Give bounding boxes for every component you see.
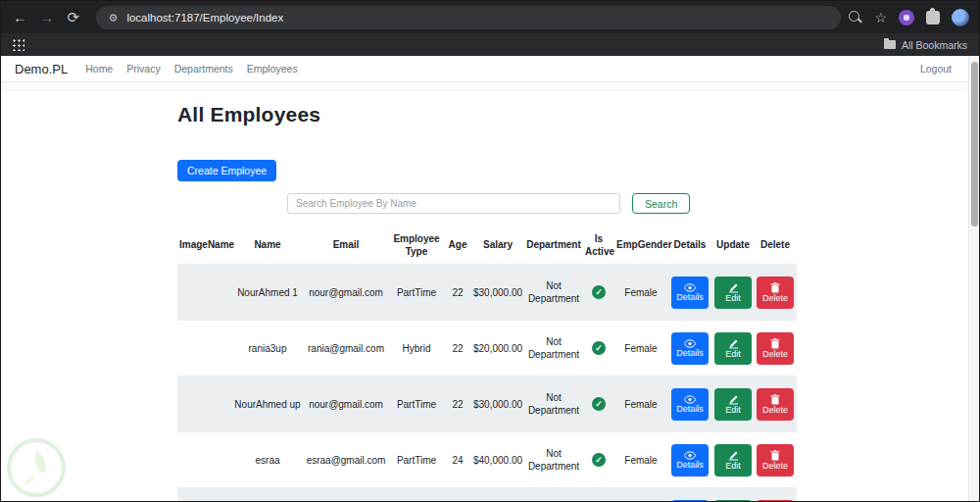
employee-salary: $30,000.00	[471, 265, 524, 321]
delete-button[interactable]: Delete	[757, 388, 794, 421]
pencil-icon	[728, 338, 739, 349]
col-update: Update	[712, 227, 754, 265]
col-imagename: ImageName	[177, 227, 232, 265]
nav-link-employees[interactable]: Employees	[247, 63, 298, 75]
col-active: Is Active	[583, 227, 614, 265]
eye-icon	[684, 451, 696, 460]
trash-icon	[770, 394, 780, 405]
employee-age: 22	[444, 376, 471, 432]
employee-department: Not Department	[524, 432, 583, 488]
col-type: Employee Type	[389, 227, 444, 265]
bookmark-star-icon[interactable]: ☆	[874, 10, 887, 25]
employee-age: 22	[444, 321, 471, 376]
bookmarks-bar: All Bookmarks	[1, 33, 979, 56]
create-employee-button[interactable]: Create Employee	[177, 160, 276, 181]
all-bookmarks-label: All Bookmarks	[902, 39, 967, 51]
table-row: nahla nahla@gmail.com PartTime 23 $30,00…	[177, 488, 797, 502]
employee-type: PartTime	[389, 265, 444, 321]
page-title: All Employees	[177, 103, 814, 126]
employee-email: esraa@gmail.com	[303, 432, 389, 488]
browser-profile-avatar[interactable]	[952, 9, 969, 26]
eye-icon	[684, 395, 696, 404]
col-details: Details	[667, 227, 712, 265]
navbar-divider	[1, 82, 979, 90]
employee-gender: Female	[614, 376, 667, 432]
browser-window: ← → ⟳ ⚙ localhost:7187/Employee/Index ☆ …	[0, 0, 980, 502]
pencil-icon	[728, 450, 739, 461]
delete-button[interactable]: Delete	[757, 444, 794, 477]
zoom-search-icon[interactable]	[849, 11, 862, 25]
employee-type: PartTime	[389, 432, 444, 488]
back-icon[interactable]: ←	[11, 6, 29, 29]
employee-salary: $30,000.00	[471, 376, 524, 432]
active-check-icon: ✓	[592, 341, 606, 355]
edit-button[interactable]: Edit	[714, 388, 752, 421]
logout-link[interactable]: Logout	[920, 63, 952, 75]
table-header-row: ImageName Name Email Employee Type Age S…	[177, 227, 797, 265]
active-check-icon: ✓	[592, 285, 606, 299]
search-input[interactable]	[287, 193, 620, 214]
details-button[interactable]: Details	[671, 388, 709, 421]
trash-icon	[770, 338, 780, 349]
employee-email: rania@gmail.com	[303, 321, 389, 376]
extension-icon[interactable]	[899, 10, 914, 25]
url-text: localhost:7187/Employee/Index	[126, 12, 283, 24]
site-info-icon[interactable]: ⚙	[106, 11, 120, 25]
details-button[interactable]: Details	[671, 444, 709, 477]
apps-grid-icon[interactable]	[13, 39, 24, 51]
employee-email: nahla@gmail.com	[303, 488, 389, 502]
employee-age: 24	[444, 432, 471, 488]
employee-name: rania3up	[232, 321, 303, 376]
employee-gender: Female	[614, 265, 667, 321]
eye-icon	[684, 339, 696, 348]
refresh-icon[interactable]: ⟳	[64, 6, 82, 29]
scrollbar-thumb[interactable]	[971, 62, 978, 226]
address-bar[interactable]: ⚙ localhost:7187/Employee/Index	[96, 6, 841, 29]
employee-gender: Female	[614, 321, 667, 376]
edit-button[interactable]: Edit	[714, 444, 752, 477]
extensions-puzzle-icon[interactable]	[926, 11, 940, 25]
all-bookmarks-button[interactable]: All Bookmarks	[884, 39, 967, 51]
employee-department: Not Department	[524, 265, 583, 321]
employee-department: Not Department	[524, 376, 583, 432]
active-check-icon: ✓	[592, 397, 606, 411]
col-gender: EmpGender	[614, 227, 667, 265]
table-row: NourAhmed up nour@gmail.com PartTime 22 …	[177, 376, 797, 432]
employee-email: nour@gmail.com	[303, 376, 389, 432]
employee-name: nahla	[232, 488, 303, 502]
col-email: Email	[303, 227, 389, 265]
details-button[interactable]: Details	[671, 276, 709, 309]
employee-email: nour@gmail.com	[303, 265, 389, 321]
nav-link-privacy[interactable]: Privacy	[126, 63, 160, 75]
browser-toolbar: ← → ⟳ ⚙ localhost:7187/Employee/Index ☆	[1, 1, 979, 33]
trash-icon	[770, 450, 780, 461]
employee-type: Hybrid	[389, 321, 444, 376]
employee-salary: $40,000.00	[471, 432, 524, 488]
page-scrollbar[interactable]	[968, 56, 979, 501]
employee-gender: Female	[614, 488, 667, 502]
nav-link-departments[interactable]: Departments	[174, 63, 233, 75]
employee-name: esraa	[232, 432, 303, 488]
pencil-icon	[728, 282, 739, 293]
employee-name: NourAhmed 1	[232, 265, 303, 321]
search-button[interactable]: Search	[632, 193, 690, 214]
employee-age: 23	[444, 488, 471, 502]
folder-icon	[884, 40, 896, 49]
edit-button[interactable]: Edit	[714, 332, 752, 365]
employee-name: NourAhmed up	[232, 376, 303, 432]
employee-age: 22	[444, 265, 471, 321]
table-row: esraa esraa@gmail.com PartTime 24 $40,00…	[177, 432, 797, 488]
employees-table: ImageName Name Email Employee Type Age S…	[177, 227, 797, 502]
employee-type: PartTime	[389, 488, 444, 502]
delete-button[interactable]: Delete	[757, 276, 794, 309]
delete-button[interactable]: Delete	[757, 332, 794, 365]
col-department: Department	[524, 227, 583, 265]
employee-department: Not Department	[524, 321, 583, 376]
forward-icon[interactable]: →	[37, 6, 56, 29]
table-row: rania3up rania@gmail.com Hybrid 22 $20,0…	[177, 321, 797, 376]
brand-logo[interactable]: Demo.PL	[15, 62, 68, 76]
nav-link-home[interactable]: Home	[85, 63, 113, 75]
edit-button[interactable]: Edit	[714, 276, 752, 309]
details-button[interactable]: Details	[671, 332, 709, 365]
trash-icon	[770, 282, 780, 293]
